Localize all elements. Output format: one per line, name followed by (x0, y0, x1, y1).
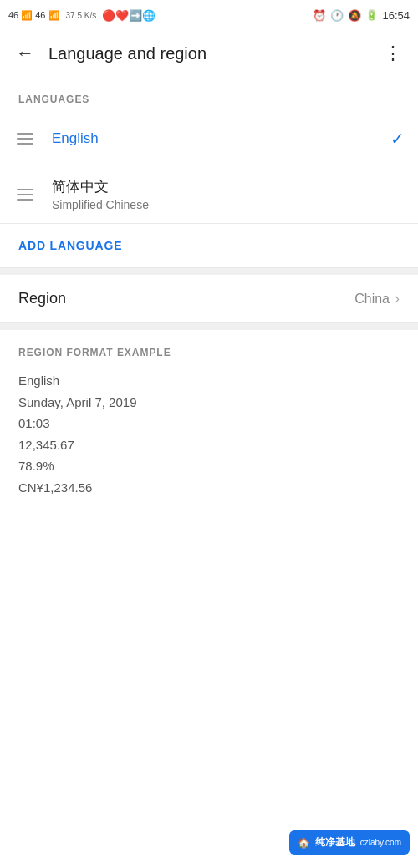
region-label: Region (18, 290, 354, 307)
app-icons: 🔴❤️➡️🌐 (102, 9, 155, 22)
signal-icon-2: 📶 (48, 10, 60, 21)
format-line-1: English (18, 370, 400, 392)
drag-line-1 (17, 133, 33, 135)
language-item-chinese[interactable]: 简体中文 Simplified Chinese (0, 165, 418, 224)
battery-icon: 🔋 (365, 9, 378, 21)
format-line-4: 12,345.67 (18, 434, 400, 456)
watermark: 🏠 纯净基地 czlaby.com (289, 830, 410, 855)
chinese-subtitle: Simplified Chinese (52, 198, 405, 211)
signal-text-2: 46 (35, 10, 45, 20)
region-format-section: REGION FORMAT EXAMPLE English Sunday, Ap… (0, 330, 418, 515)
speed-text: 37.5 K/s (66, 11, 97, 20)
signal-icon-1: 📶 (21, 10, 33, 21)
signal-text-1: 46 (8, 10, 18, 20)
watermark-icon: 🏠 (298, 837, 310, 849)
clock-icon: 🕐 (330, 9, 344, 22)
drag-line-2 (17, 138, 33, 140)
format-line-2: Sunday, April 7, 2019 (18, 392, 400, 414)
section-divider-2 (0, 323, 418, 330)
time-display: 16:54 (382, 9, 410, 22)
status-left: 46 📶 46 📶 37.5 K/s 🔴❤️➡️🌐 (8, 9, 155, 22)
add-language-item[interactable]: ADD LANGUAGE (0, 224, 418, 268)
format-line-3: 01:03 (18, 413, 400, 434)
drag-handle-chinese[interactable] (13, 185, 37, 204)
language-item-english[interactable]: English ✓ (0, 112, 418, 165)
toolbar: ← Language and region ⋮ (0, 30, 418, 77)
drag-line-4 (17, 189, 33, 190)
checkmark-icon: ✓ (390, 129, 405, 149)
format-line-5: 78.9% (18, 455, 400, 477)
english-name: English (52, 130, 390, 147)
chinese-text: 简体中文 Simplified Chinese (52, 177, 405, 211)
drag-line-6 (17, 199, 33, 201)
status-bar: 46 📶 46 📶 37.5 K/s 🔴❤️➡️🌐 ⏰ 🕐 🔕 🔋 16:54 (0, 0, 418, 30)
page-title: Language and region (48, 44, 376, 63)
region-value: China (354, 292, 390, 307)
region-row[interactable]: Region China › (0, 275, 418, 323)
format-line-6: CN¥1,234.56 (18, 477, 400, 499)
silent-icon: 🔕 (348, 9, 361, 22)
region-format-label: REGION FORMAT EXAMPLE (18, 330, 400, 370)
alarm-icon: ⏰ (313, 9, 326, 22)
languages-section-label: LANGUAGES (0, 77, 418, 112)
english-text: English (52, 130, 390, 147)
add-language-label: ADD LANGUAGE (18, 239, 122, 252)
status-right: ⏰ 🕐 🔕 🔋 16:54 (313, 9, 410, 22)
section-divider (0, 268, 418, 275)
languages-section: LANGUAGES English ✓ 简体中文 Simplified Chin… (0, 77, 418, 268)
chevron-right-icon: › (395, 290, 400, 307)
drag-handle-english[interactable] (13, 129, 37, 148)
watermark-url: czlaby.com (360, 838, 401, 847)
more-button[interactable]: ⋮ (376, 37, 410, 70)
watermark-text: 纯净基地 (315, 835, 355, 850)
drag-line-3 (17, 143, 33, 145)
back-button[interactable]: ← (8, 37, 42, 70)
chinese-name: 简体中文 (52, 177, 405, 196)
drag-line-5 (17, 194, 33, 195)
